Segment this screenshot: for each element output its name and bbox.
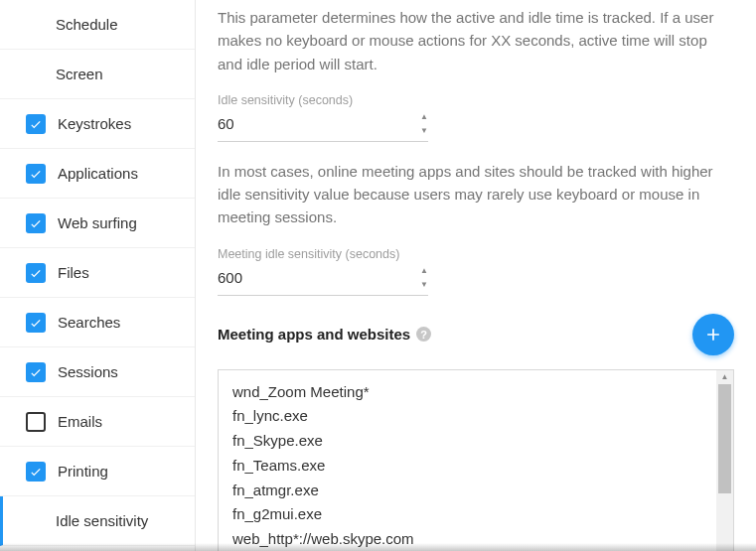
checkbox-web-surfing[interactable] bbox=[26, 213, 46, 233]
check-icon bbox=[29, 365, 43, 379]
sidebar-item-web-surfing[interactable]: Web surfing bbox=[0, 199, 195, 248]
meeting-idle-sensitivity-value[interactable]: 600 bbox=[218, 269, 420, 286]
list-item[interactable]: fn_Skype.exe bbox=[232, 429, 702, 454]
sidebar-item-keystrokes[interactable]: Keystrokes bbox=[0, 99, 195, 149]
scroll-up-icon[interactable]: ▲ bbox=[716, 370, 733, 384]
list-item[interactable]: fn_atmgr.exe bbox=[232, 479, 702, 503]
sidebar-item-idle-sensitivity[interactable]: Idle sensitivity bbox=[0, 496, 195, 546]
sidebar-item-label: Applications bbox=[58, 165, 138, 182]
sidebar-item-label: Emails bbox=[58, 413, 102, 430]
sidebar-item-label: Printing bbox=[58, 463, 108, 480]
list-item[interactable]: fn_g2mui.exe bbox=[232, 502, 702, 527]
sidebar-item-label: Schedule bbox=[56, 16, 118, 33]
sidebar-item-schedule[interactable]: Schedule bbox=[0, 0, 195, 50]
sidebar-item-label: Idle sensitivity bbox=[56, 512, 148, 529]
sidebar-item-sessions[interactable]: Sessions bbox=[0, 347, 195, 397]
main-panel: This parameter determines how the active… bbox=[196, 0, 756, 551]
meeting-apps-listbox[interactable]: wnd_Zoom Meeting*fn_lync.exefn_Skype.exe… bbox=[219, 370, 716, 552]
spinner-up-icon[interactable]: ▲ bbox=[420, 267, 428, 275]
sidebar-item-printing[interactable]: Printing bbox=[0, 447, 195, 496]
checkbox-emails[interactable] bbox=[26, 412, 46, 432]
spinner-down-icon[interactable]: ▼ bbox=[420, 281, 428, 289]
sidebar-item-label: Sessions bbox=[58, 363, 118, 380]
idle-description: This parameter determines how the active… bbox=[218, 6, 734, 75]
sidebar-item-searches[interactable]: Searches bbox=[0, 298, 195, 347]
sidebar-item-label: Keystrokes bbox=[58, 115, 131, 132]
idle-spinners: ▲ ▼ bbox=[420, 113, 428, 135]
sidebar-item-screen[interactable]: Screen bbox=[0, 50, 195, 99]
check-icon bbox=[29, 117, 43, 131]
checkbox-files[interactable] bbox=[26, 263, 46, 283]
list-item[interactable]: wnd_Zoom Meeting* bbox=[232, 380, 702, 405]
sidebar-item-emails[interactable]: Emails bbox=[0, 397, 195, 447]
sidebar-item-label: Web surfing bbox=[58, 214, 137, 231]
list-item[interactable]: web_http*://web.skype.com bbox=[232, 527, 702, 551]
plus-icon bbox=[703, 325, 723, 344]
check-icon bbox=[29, 216, 43, 230]
checkbox-applications[interactable] bbox=[26, 164, 46, 184]
check-icon bbox=[29, 167, 43, 181]
list-scrollbar[interactable]: ▲ ▼ bbox=[716, 370, 733, 552]
checkbox-searches[interactable] bbox=[26, 313, 46, 333]
checkbox-sessions[interactable] bbox=[26, 362, 46, 382]
check-icon bbox=[29, 316, 43, 330]
meeting-idle-spinners: ▲ ▼ bbox=[420, 267, 428, 289]
checkbox-printing[interactable] bbox=[26, 462, 46, 482]
sidebar-item-applications[interactable]: Applications bbox=[0, 149, 195, 199]
sidebar-item-files[interactable]: Files bbox=[0, 248, 195, 298]
scroll-down-icon[interactable]: ▼ bbox=[716, 548, 733, 552]
sidebar: ScheduleScreenKeystrokesApplicationsWeb … bbox=[0, 0, 196, 551]
meeting-apps-title: Meeting apps and websites ? bbox=[218, 326, 431, 343]
sidebar-item-label: Searches bbox=[58, 314, 120, 331]
check-icon bbox=[29, 266, 43, 280]
spinner-up-icon[interactable]: ▲ bbox=[420, 113, 428, 121]
meeting-idle-sensitivity-label: Meeting idle sensitivity (seconds) bbox=[218, 247, 734, 261]
list-item[interactable]: fn_lync.exe bbox=[232, 404, 702, 429]
idle-sensitivity-field[interactable]: 60 ▲ ▼ bbox=[218, 111, 428, 142]
idle-sensitivity-value[interactable]: 60 bbox=[218, 115, 420, 132]
sidebar-item-label: Screen bbox=[56, 66, 103, 82]
list-item[interactable]: fn_Teams.exe bbox=[232, 454, 702, 479]
add-button[interactable] bbox=[692, 314, 734, 355]
meeting-apps-title-text: Meeting apps and websites bbox=[218, 326, 410, 343]
meeting-apps-list: wnd_Zoom Meeting*fn_lync.exefn_Skype.exe… bbox=[218, 369, 734, 552]
check-icon bbox=[29, 465, 43, 479]
checkbox-keystrokes[interactable] bbox=[26, 114, 46, 134]
idle-sensitivity-label: Idle sensitivity (seconds) bbox=[218, 93, 734, 107]
help-icon[interactable]: ? bbox=[416, 327, 431, 342]
sidebar-item-label: Files bbox=[58, 264, 89, 281]
meeting-idle-description: In most cases, online meeting apps and s… bbox=[218, 160, 734, 229]
meeting-idle-sensitivity-field[interactable]: 600 ▲ ▼ bbox=[218, 265, 428, 296]
scroll-thumb[interactable] bbox=[718, 384, 731, 493]
spinner-down-icon[interactable]: ▼ bbox=[420, 127, 428, 135]
